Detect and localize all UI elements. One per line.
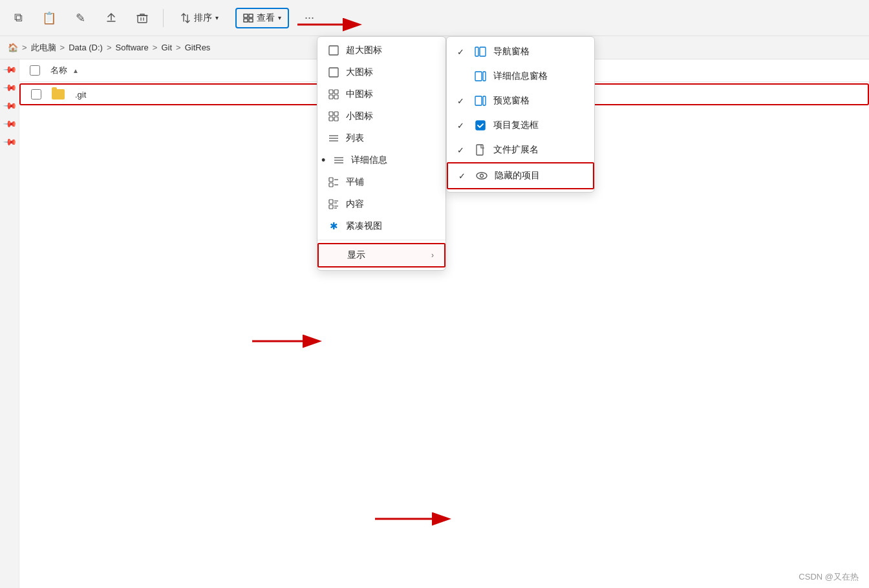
preview-pane-icon [474, 94, 487, 107]
menu-item-extra-large[interactable]: 超大图标 [317, 39, 445, 61]
sort-button[interactable]: 排序 ▾ [174, 9, 225, 27]
share-icon[interactable] [101, 8, 122, 28]
menu-item-content[interactable]: 内容 [317, 193, 445, 215]
show-icon [329, 249, 341, 261]
menu-item-compact[interactable]: ✱ 紧凑视图 [317, 215, 445, 237]
nav-pane-label: 导航窗格 [493, 46, 584, 58]
svg-rect-11 [329, 95, 333, 99]
view-chevron: ▾ [278, 14, 281, 21]
view-dropdown-menu: 超大图标 大图标 中图标 小图标 [317, 36, 446, 271]
preview-pane-label: 预览窗格 [493, 95, 584, 107]
file-name-cell: .git [31, 89, 225, 100]
svg-rect-9 [329, 90, 333, 94]
sort-arrow: ▲ [72, 67, 79, 74]
detail-pane-label: 详细信息窗格 [493, 70, 584, 82]
toolbar: ⧉ 📋 ✎ 排序 ▾ [0, 0, 869, 36]
col-name-header[interactable]: 名称 ▲ [30, 65, 224, 76]
hidden-items-icon [475, 169, 488, 182]
hidden-items-label: 隐藏的项目 [495, 170, 583, 182]
small-icon [328, 110, 339, 122]
svg-rect-40 [477, 145, 483, 155]
pin-3[interactable]: 📌 [0, 98, 18, 116]
menu-item-large[interactable]: 大图标 [317, 61, 445, 83]
pin-1[interactable]: 📌 [0, 62, 18, 80]
details-label: 详细信息 [351, 154, 435, 166]
breadcrumb-data[interactable]: Data (D:) [69, 43, 103, 52]
compact-icon: ✱ [328, 220, 339, 232]
svg-rect-3 [244, 14, 248, 17]
menu-item-tiles[interactable]: 平铺 [317, 171, 445, 193]
compact-label: 紧凑视图 [346, 220, 435, 232]
submenu-item-nav-pane[interactable]: ✓ 导航窗格 [447, 39, 594, 64]
sort-label: 排序 [194, 12, 212, 24]
breadcrumb-software[interactable]: Software [116, 43, 149, 52]
svg-point-42 [480, 174, 484, 178]
large-label: 大图标 [346, 67, 435, 78]
menu-item-show[interactable]: 显示 › [317, 243, 445, 268]
menu-item-list[interactable]: 列表 [317, 127, 445, 149]
file-checkbox-git[interactable] [31, 89, 41, 100]
menu-item-small[interactable]: 小图标 [317, 105, 445, 127]
detail-pane-check: ✓ [457, 72, 467, 81]
svg-rect-13 [329, 112, 333, 116]
svg-rect-15 [329, 117, 333, 121]
breadcrumb-gitres[interactable]: GitRes [185, 43, 211, 52]
select-all-checkbox[interactable] [30, 65, 40, 76]
tiles-label: 平铺 [346, 176, 435, 188]
submenu-item-item-checkbox[interactable]: ✓ 项目复选框 [447, 113, 594, 138]
breadcrumb-sep-1: > [60, 43, 65, 52]
file-ext-label: 文件扩展名 [493, 144, 584, 156]
item-checkbox-check: ✓ [457, 121, 467, 131]
breadcrumb-pc[interactable]: 此电脑 [31, 42, 56, 54]
breadcrumb-git[interactable]: Git [161, 43, 172, 52]
show-submenu: ✓ 导航窗格 ✓ 详细信息窗格 ✓ 预览窗格 [446, 36, 595, 193]
watermark: CSDN @又在热 [799, 571, 859, 583]
svg-rect-30 [329, 205, 333, 209]
large-icon [328, 67, 339, 78]
details-icon [333, 154, 345, 166]
svg-rect-8 [329, 68, 338, 77]
svg-rect-37 [475, 96, 482, 105]
rename-icon[interactable]: ✎ [70, 8, 91, 28]
submenu-item-file-ext[interactable]: ✓ 文件扩展名 [447, 138, 594, 162]
list-label: 列表 [346, 132, 435, 144]
delete-icon[interactable] [132, 8, 153, 28]
show-chevron: › [431, 251, 434, 260]
file-ext-icon [474, 143, 487, 156]
breadcrumb-sep-3: > [153, 43, 158, 52]
submenu-item-hidden-items[interactable]: ✓ 隐藏的项目 [447, 162, 594, 189]
submenu-item-preview-pane[interactable]: ✓ 预览窗格 [447, 89, 594, 113]
pin-2[interactable]: 📌 [0, 80, 18, 98]
menu-item-medium[interactable]: 中图标 [317, 83, 445, 105]
svg-rect-0 [138, 16, 147, 23]
content-label: 内容 [346, 198, 435, 210]
breadcrumb-home[interactable]: 🏠 [8, 43, 18, 52]
svg-rect-25 [329, 183, 333, 187]
show-label: 显示 [347, 249, 425, 261]
medium-label: 中图标 [346, 89, 435, 100]
copy-icon[interactable]: ⧉ [8, 8, 28, 28]
more-button[interactable]: ··· [299, 8, 319, 27]
menu-item-details[interactable]: • 详细信息 [317, 149, 445, 171]
extra-large-label: 超大图标 [346, 45, 435, 56]
nav-pane-icon [474, 45, 487, 58]
svg-rect-23 [329, 178, 333, 182]
svg-rect-27 [329, 200, 333, 204]
view-button[interactable]: 查看 ▾ [235, 8, 289, 28]
svg-rect-14 [334, 112, 338, 116]
pin-4[interactable]: 📌 [0, 116, 18, 134]
extra-large-icon [328, 45, 339, 56]
paste-icon[interactable]: 📋 [39, 8, 59, 28]
item-checkbox-label: 项目复选框 [493, 120, 584, 131]
file-ext-check: ✓ [457, 145, 467, 155]
svg-rect-38 [483, 96, 486, 105]
small-label: 小图标 [346, 110, 435, 122]
sidebar: 📌 📌 📌 📌 📌 [0, 59, 19, 588]
pin-5[interactable]: 📌 [0, 134, 18, 152]
svg-rect-33 [475, 47, 478, 56]
submenu-item-detail-pane[interactable]: ✓ 详细信息窗格 [447, 64, 594, 89]
sort-chevron: ▾ [215, 14, 219, 21]
svg-rect-12 [334, 95, 338, 99]
item-checkbox-icon [474, 119, 487, 132]
breadcrumb-sep-0: > [22, 43, 27, 52]
